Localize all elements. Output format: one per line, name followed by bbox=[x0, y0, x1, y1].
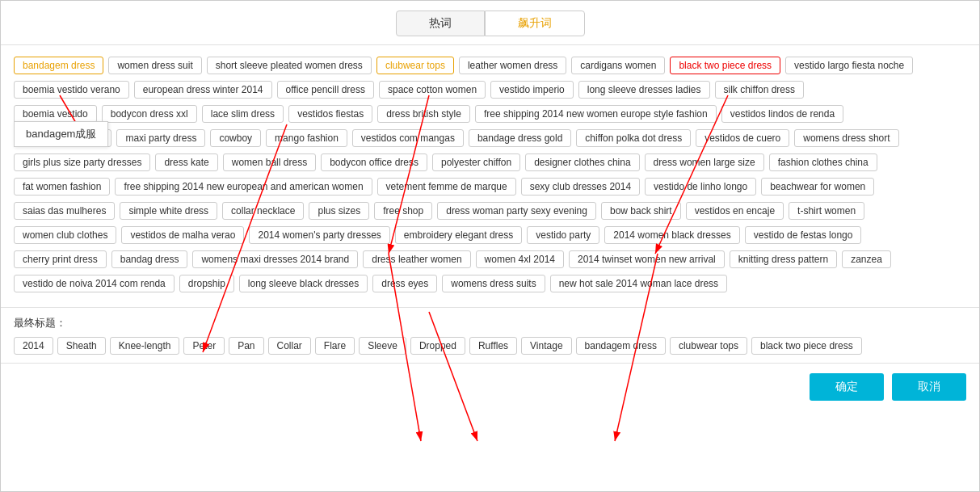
tag-item[interactable]: saias das mulheres bbox=[14, 202, 115, 220]
tab-hot-words[interactable]: 热词 bbox=[396, 11, 485, 36]
tag-item[interactable]: embroidery elegant dress bbox=[395, 226, 522, 244]
tag-item[interactable]: clubwear tops bbox=[376, 57, 454, 74]
tag-item[interactable]: plus sizes bbox=[309, 202, 369, 220]
tag-item[interactable]: designer clothes china bbox=[525, 153, 639, 171]
tag-item[interactable]: vestido de festas longo bbox=[745, 226, 862, 244]
tag-item[interactable]: vestidos en encaje bbox=[686, 202, 784, 220]
final-tag-item[interactable]: Knee-length bbox=[110, 337, 180, 355]
final-tag-item[interactable]: clubwear tops bbox=[670, 337, 747, 355]
tab-bar: 热词 飙升词 bbox=[1, 1, 979, 45]
tag-item[interactable]: cardigans women bbox=[571, 57, 665, 74]
tag-item[interactable]: free shipping 2014 new european and amer… bbox=[115, 178, 372, 196]
tag-item[interactable]: cherry print dress bbox=[14, 250, 107, 268]
tag-item[interactable]: womens dress suits bbox=[442, 275, 545, 292]
tag-item[interactable]: 2014 women black dresses bbox=[604, 226, 739, 244]
tag-item[interactable]: dress kate bbox=[155, 153, 217, 171]
tag-row-4: girls plus size party dressesdress katew… bbox=[14, 153, 966, 171]
tag-item[interactable]: knitting dress pattern bbox=[730, 250, 837, 268]
final-tag-item[interactable]: bandagem dress bbox=[576, 337, 666, 355]
tag-item[interactable]: vestido de noiva 2014 com renda bbox=[14, 275, 175, 292]
final-tag-item[interactable]: Vintage bbox=[521, 337, 571, 355]
tooltip: bandagem成服 bbox=[14, 121, 108, 147]
tag-item[interactable]: office pencill dress bbox=[277, 81, 375, 99]
bottom-section: 最终标题： 2014SheathKnee-lengthPeterPanColla… bbox=[1, 307, 979, 363]
tag-item[interactable]: girls plus size party dresses bbox=[14, 153, 150, 171]
tag-item[interactable]: dress woman party sexy evening bbox=[437, 202, 596, 220]
tag-item[interactable]: mango fashion bbox=[266, 129, 347, 147]
tag-item[interactable]: black two piece dress bbox=[670, 57, 780, 74]
tag-item[interactable]: leather women dress bbox=[459, 57, 566, 74]
tag-item[interactable]: vetement femme de marque bbox=[377, 178, 516, 196]
tag-item[interactable]: dress leather women bbox=[363, 250, 470, 268]
tag-item[interactable]: women club clothes bbox=[14, 226, 116, 244]
tag-item[interactable]: chiffon polka dot dress bbox=[576, 129, 691, 147]
tag-item[interactable]: zanzea bbox=[842, 250, 891, 268]
tag-item[interactable]: women 4xl 2014 bbox=[476, 250, 564, 268]
tag-item[interactable]: bodycon office dress bbox=[321, 153, 427, 171]
tag-item[interactable]: vestidos de cuero bbox=[696, 129, 789, 147]
tag-item[interactable]: vestidos de malha verao bbox=[121, 226, 244, 244]
tag-row-8: cherry print dressbandag dresswomens max… bbox=[14, 250, 966, 268]
final-tag-item[interactable]: Sheath bbox=[57, 337, 106, 355]
final-tag-item[interactable]: Sleeve bbox=[359, 337, 406, 355]
tag-item[interactable]: free shop bbox=[374, 202, 432, 220]
tag-item[interactable]: cowboy bbox=[210, 129, 261, 147]
tag-item[interactable]: new hot sale 2014 woman lace dress bbox=[550, 275, 727, 292]
final-label: 最终标题： bbox=[14, 316, 966, 330]
final-tag-item[interactable]: Peter bbox=[183, 337, 225, 355]
tag-item[interactable]: bandage dress gold bbox=[469, 129, 571, 147]
tag-item[interactable]: 2014 twinset women new arrival bbox=[569, 250, 725, 268]
tag-item[interactable]: european dress winter 2014 bbox=[134, 81, 272, 99]
tag-item[interactable]: vestidos lindos de renda bbox=[721, 105, 843, 123]
tag-item[interactable]: dress british style bbox=[377, 105, 470, 123]
tag-item[interactable]: short sleeve pleated women dress bbox=[207, 57, 372, 74]
tag-row-1: boemia vestido veranoeuropean dress wint… bbox=[14, 81, 966, 99]
tag-item[interactable]: bandagem dress bbox=[14, 57, 103, 74]
tag-item[interactable]: boemia vestido verano bbox=[14, 81, 129, 99]
tag-item[interactable]: women ball dress bbox=[223, 153, 316, 171]
tag-item[interactable]: fat women fashion bbox=[14, 178, 110, 196]
tag-item[interactable]: long sleeve dresses ladies bbox=[578, 81, 710, 99]
tag-item[interactable]: long sleeve black dresses bbox=[239, 275, 368, 292]
tag-item[interactable]: t-shirt women bbox=[789, 202, 864, 220]
tag-item[interactable]: lace slim dress bbox=[202, 105, 284, 123]
tag-item[interactable]: bow back shirt bbox=[601, 202, 681, 220]
tag-item[interactable]: bodycon dress xxl bbox=[102, 105, 197, 123]
tag-item[interactable]: boemia vestido bbox=[14, 105, 97, 123]
final-tag-item[interactable]: black two piece dress bbox=[751, 337, 862, 355]
tag-item[interactable]: vestido party bbox=[527, 226, 599, 244]
tab-rising-words[interactable]: 飙升词 bbox=[485, 11, 585, 36]
tag-item[interactable]: collar necklace bbox=[222, 202, 304, 220]
tag-item[interactable]: dress eyes bbox=[372, 275, 437, 292]
tag-item[interactable]: vestidos fiestas bbox=[288, 105, 372, 123]
tag-item[interactable]: 2014 women's party dresses bbox=[249, 226, 389, 244]
tag-item[interactable]: bandag dress bbox=[111, 250, 188, 268]
tag-item[interactable]: women dress suit bbox=[108, 57, 201, 74]
tag-item[interactable]: polyester chiffon bbox=[432, 153, 520, 171]
main-dialog: 热词 飙升词 bandagem成服 bandagem dresswomen dr… bbox=[0, 0, 980, 492]
tag-item[interactable]: womens dress short bbox=[794, 129, 898, 147]
confirm-button[interactable]: 确定 bbox=[810, 373, 884, 401]
tag-item[interactable]: fashion clothes china bbox=[769, 153, 877, 171]
tag-item[interactable]: beachwear for women bbox=[761, 178, 874, 196]
tag-item[interactable]: sexy club dresses 2014 bbox=[521, 178, 640, 196]
tag-item[interactable]: dropship bbox=[179, 275, 234, 292]
final-tag-item[interactable]: Pan bbox=[229, 337, 263, 355]
tag-item[interactable]: silk chiffon dress bbox=[715, 81, 804, 99]
final-tag-item[interactable]: Collar bbox=[268, 337, 311, 355]
tag-item[interactable]: vestidos com mangas bbox=[352, 129, 464, 147]
tag-item[interactable]: free shipping 2014 new women europe styl… bbox=[475, 105, 717, 123]
cancel-button[interactable]: 取消 bbox=[892, 373, 966, 401]
tag-item[interactable]: maxi party dress bbox=[116, 129, 205, 147]
final-tag-item[interactable]: Flare bbox=[315, 337, 355, 355]
final-tag-item[interactable]: Dropped bbox=[410, 337, 465, 355]
tag-item[interactable]: vestido de linho longo bbox=[645, 178, 756, 196]
final-tag-item[interactable]: 2014 bbox=[14, 337, 53, 355]
tag-item[interactable]: vestido imperio bbox=[490, 81, 574, 99]
tag-item[interactable]: simple white dress bbox=[120, 202, 217, 220]
tag-item[interactable]: space cotton women bbox=[379, 81, 486, 99]
tag-item[interactable]: womens maxi dresses 2014 brand bbox=[192, 250, 358, 268]
tag-item[interactable]: vestido largo fiesta noche bbox=[785, 57, 913, 74]
final-tag-item[interactable]: Ruffles bbox=[469, 337, 517, 355]
tag-item[interactable]: dress women large size bbox=[645, 153, 764, 171]
